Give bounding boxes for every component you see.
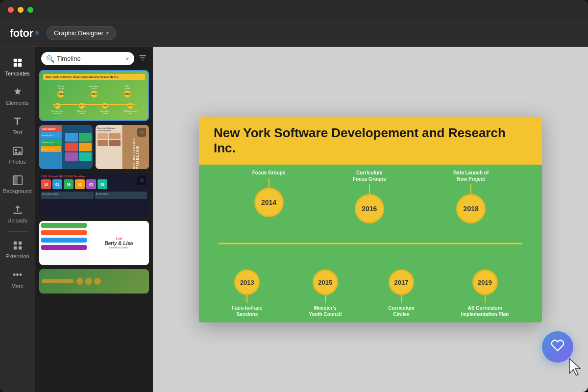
sidebar-label-photos: Photos (9, 159, 25, 165)
canvas-area: New York Software Developement and Resea… (153, 47, 588, 392)
heart-icon (551, 339, 564, 355)
template-preview-cse-right (64, 132, 93, 162)
sidebar-label-background: Background (3, 188, 32, 194)
timeline-node-as-curriculum: 2019 AS CurriculumImplementation Plan (461, 270, 509, 318)
stem-focus-groups (269, 178, 270, 188)
timeline-node-face-to-face: 2013 Face-to-FaceSessions (232, 270, 263, 318)
logo-sup: ® (35, 30, 39, 36)
sidebar-item-more[interactable]: ••• More (2, 265, 33, 293)
node-circle-2015: 2015 (313, 270, 338, 295)
timeline-node-focus-groups: Focus Groups 2014 (252, 170, 286, 223)
sidebar-item-background[interactable]: Background (2, 171, 33, 198)
logo: fotor ® (10, 27, 39, 40)
template-preview-cse-numbers: CSE School 2015-2016 Timeline 10 01 09 0… (39, 173, 149, 217)
sidebar-label-text: Text (12, 129, 22, 135)
svg-rect-11 (13, 246, 16, 249)
svg-rect-1 (18, 59, 21, 62)
timeline-main-title: New York Software Developement and Resea… (214, 125, 527, 156)
sidebar-item-extension[interactable]: Extension (2, 236, 33, 263)
photos-icon (12, 145, 24, 157)
search-bar: 🔍 × (35, 47, 153, 70)
svg-rect-10 (13, 242, 16, 245)
background-icon (12, 174, 24, 186)
template-preview-1: New York Software Developement and Resea… (40, 71, 148, 120)
text-icon: T (12, 116, 24, 127)
node-label-face-to-face: Face-to-FaceSessions (232, 305, 263, 318)
logo-text: fotor (10, 27, 33, 40)
sidebar: Templates Elements T Text (0, 47, 35, 392)
stem-curriculum-circles (401, 295, 402, 303)
svg-point-7 (15, 149, 17, 151)
node-circle-2014: 2014 (254, 188, 284, 217)
favorite-badge-wedding: ♡ (137, 128, 146, 137)
app-layout: fotor ® Graphic Designer ▾ Templates (0, 20, 588, 392)
chevron-down-icon: ▾ (106, 30, 109, 36)
sidebar-label-elements: Elements (6, 100, 29, 106)
sidebar-label-templates: Templates (5, 71, 29, 76)
node-label-as-curriculum: AS CurriculumImplementation Plan (461, 305, 509, 318)
node-circle-2018: 2018 (456, 194, 486, 223)
node-circle-2019: 2019 (472, 270, 498, 295)
template-card-cse-teal[interactable]: CSE School Timeline row 1 Timeline row 2… (39, 125, 93, 169)
template-title-cse-numbers: CSE School 2015-2016 Timeline (41, 175, 147, 178)
sidebar-item-text[interactable]: T Text (2, 112, 33, 139)
node-circle-2016: 2016 (355, 194, 384, 223)
sidebar-label-uploads: Uploads (7, 218, 27, 223)
product-label: Graphic Designer (54, 29, 103, 37)
template-card-wedding[interactable]: New York Software Developement MY WEDDIN… (96, 125, 149, 169)
favorite-badge-cse-numbers: ♡ (137, 176, 146, 185)
node-label-curriculum-circles: CurriculumCircles (388, 305, 414, 318)
elements-icon (12, 86, 24, 98)
stem-curriculum-focus (369, 184, 370, 194)
sidebar-label-more: More (11, 283, 24, 289)
stem-ministers (325, 295, 326, 303)
favorite-fab-button[interactable] (542, 331, 573, 363)
node-label-ministers: Minister'sYouth Council (309, 305, 342, 318)
uploads-icon (12, 204, 24, 216)
title-bar (0, 0, 588, 20)
node-circle-2017: 2017 (389, 270, 414, 295)
clear-search-button[interactable]: × (125, 55, 129, 63)
svg-rect-0 (13, 59, 17, 62)
template-card-partial[interactable] (39, 269, 149, 294)
template-preview-betty-lisa: F19 Betty & Lisa Fashion Outlet (39, 221, 149, 265)
templates-panel: 🔍 × New York So (35, 47, 153, 392)
template-title-text-1: New York Software Developement and Resea… (43, 74, 145, 80)
stem-face-to-face (246, 295, 247, 303)
svg-rect-9 (13, 176, 17, 185)
sidebar-item-templates[interactable]: Templates (2, 53, 33, 80)
more-icon: ••• (12, 269, 24, 281)
main-area: Templates Elements T Text (0, 47, 588, 392)
node-label-curriculum-focus: CurriculumFocus Groups (353, 170, 386, 182)
sidebar-item-photos[interactable]: Photos (2, 141, 33, 169)
sidebar-item-uploads[interactable]: Uploads (2, 200, 33, 227)
search-input[interactable] (41, 52, 134, 65)
template-card-ny-software[interactable]: New York Software Developement and Resea… (39, 70, 149, 121)
templates-icon (12, 57, 24, 69)
sidebar-item-elements[interactable]: Elements (2, 82, 33, 110)
template-preview-betty-left (39, 221, 89, 265)
filter-icon[interactable] (138, 53, 147, 64)
timeline-node-curriculum-circles: 2017 CurriculumCircles (388, 270, 414, 318)
template-preview-cse-left: CSE School Timeline row 1 Timeline row 2… (39, 125, 62, 169)
search-input-wrap: 🔍 × (41, 52, 134, 65)
maximize-button[interactable] (27, 7, 33, 13)
canvas-content: New York Software Developement and Resea… (199, 117, 542, 322)
template-card-betty-lisa[interactable]: F19 Betty & Lisa Fashion Outlet (39, 221, 149, 265)
template-preview-betty-right: F19 Betty & Lisa Fashion Outlet (89, 221, 149, 265)
stem-beta-launch (470, 184, 471, 194)
templates-list: New York Software Developement and Resea… (35, 70, 153, 392)
minimize-button[interactable] (18, 7, 24, 13)
svg-rect-3 (18, 63, 21, 67)
template-preview-wedding-left: New York Software Developement (96, 125, 122, 169)
close-button[interactable] (8, 7, 14, 13)
stem-as-curriculum (485, 295, 486, 303)
search-icon: 🔍 (46, 55, 54, 63)
timeline-node-curriculum-focus: CurriculumFocus Groups 2016 (353, 170, 386, 223)
template-row-2-3: CSE School Timeline row 1 Timeline row 2… (39, 125, 149, 169)
timeline-header: New York Software Developement and Resea… (199, 117, 542, 165)
product-dropdown[interactable]: Graphic Designer ▾ (47, 26, 116, 40)
cursor (567, 358, 583, 377)
svg-rect-12 (18, 242, 21, 245)
template-card-cse-numbers[interactable]: CSE School 2015-2016 Timeline 10 01 09 0… (39, 173, 149, 217)
